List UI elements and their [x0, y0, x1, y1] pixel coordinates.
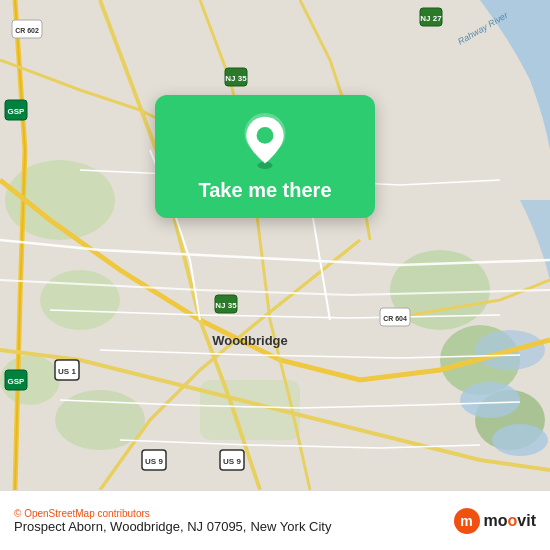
svg-point-10 [460, 382, 520, 418]
address-text: Prospect Aborn, Woodbridge, NJ 07095, [14, 519, 246, 534]
svg-text:GSP: GSP [8, 377, 26, 386]
moovit-logo: m moovit [454, 508, 536, 534]
svg-point-11 [492, 424, 548, 456]
take-me-there-label: Take me there [198, 179, 331, 202]
svg-text:US 9: US 9 [223, 457, 241, 466]
svg-text:NJ 27: NJ 27 [420, 14, 442, 23]
location-pin-icon [237, 113, 293, 169]
svg-text:NJ 35: NJ 35 [215, 301, 237, 310]
svg-text:GSP: GSP [8, 107, 26, 116]
city-text: New York City [250, 519, 331, 534]
address-section: © OpenStreetMap contributors Prospect Ab… [14, 508, 444, 534]
svg-text:US 9: US 9 [145, 457, 163, 466]
svg-text:NJ 35: NJ 35 [225, 74, 247, 83]
svg-text:Woodbridge: Woodbridge [212, 333, 288, 348]
svg-text:US 1: US 1 [58, 367, 76, 376]
svg-point-36 [257, 127, 274, 144]
bottom-bar: © OpenStreetMap contributors Prospect Ab… [0, 490, 550, 550]
svg-point-2 [40, 270, 120, 330]
moovit-text: moovit [484, 512, 536, 530]
svg-text:CR 604: CR 604 [383, 315, 407, 322]
svg-text:CR 602: CR 602 [15, 27, 39, 34]
map-background: Rahway River CR 602 [0, 0, 550, 490]
take-me-there-button[interactable]: Take me there [155, 95, 375, 218]
map-container: Rahway River CR 602 [0, 0, 550, 490]
moovit-m-icon: m [454, 508, 480, 534]
osm-attribution: © OpenStreetMap contributors [14, 508, 444, 519]
